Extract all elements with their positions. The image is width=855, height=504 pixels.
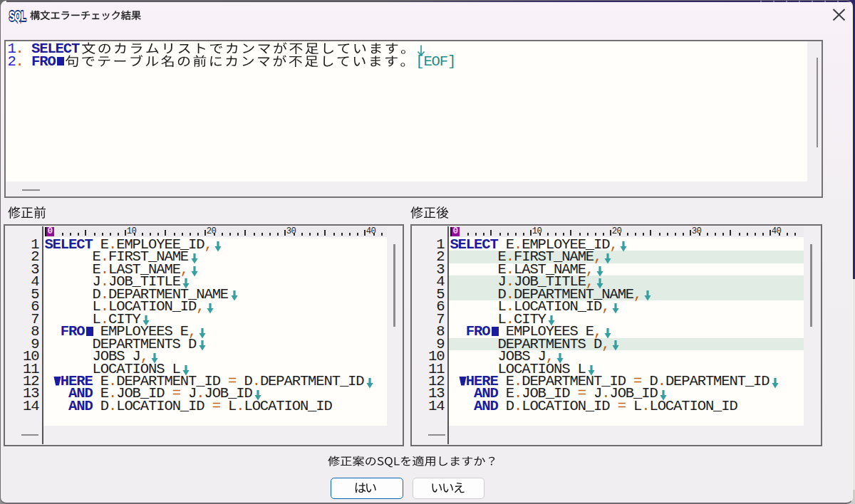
svg-text:SQL: SQL — [9, 9, 26, 23]
